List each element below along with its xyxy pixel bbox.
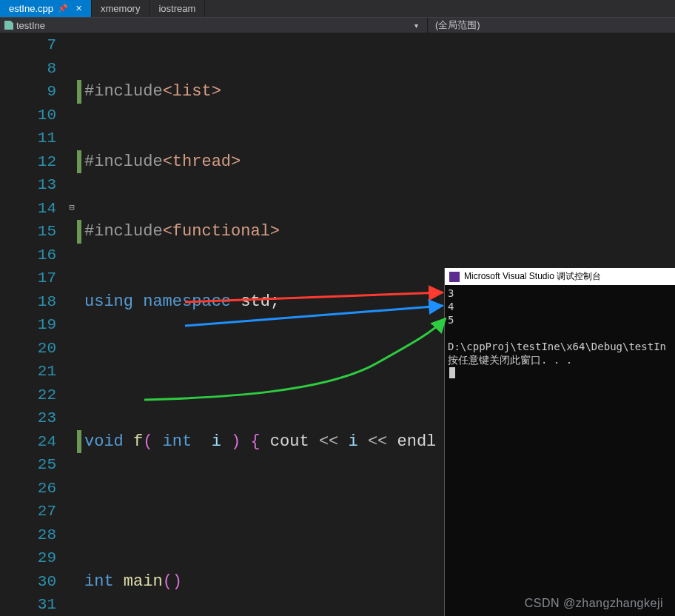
line-number-gutter: 789 101112 131415 161718 192021 222324 2… [0,33,67,616]
tab-label: iostream [158,3,195,14]
console-output: 3 4 5 D:\cppProj\testIne\x64\Debug\testI… [445,285,675,381]
tab-label: estIne.cpp [9,3,53,14]
tab-label: xmemory [101,3,140,14]
fold-column: ⊟ [67,33,77,616]
file-tabs: estIne.cpp 📌 ✕ xmemory iostream [0,0,675,17]
chevron-down-icon: ▾ [410,21,423,30]
vs-logo-icon [449,272,460,282]
console-title-text: Microsoft Visual Studio 调试控制台 [464,270,601,283]
scope-navbar: testIne ▾ (全局范围) [0,17,675,33]
cursor [449,367,455,378]
fold-icon[interactable]: ⊟ [67,197,77,221]
scope-project-dropdown[interactable]: testIne ▾ [0,20,427,31]
debug-console: Microsoft Visual Studio 调试控制台 3 4 5 D:\c… [444,268,675,616]
watermark: CSDN @zhangzhangkeji [525,597,663,610]
tab-xmemory[interactable]: xmemory [92,0,150,17]
tab-iostream[interactable]: iostream [150,0,205,17]
scope-global-dropdown[interactable]: (全局范围) [428,19,488,32]
console-titlebar[interactable]: Microsoft Visual Studio 调试控制台 [445,268,675,285]
pin-icon[interactable]: 📌 [58,4,68,13]
tab-testine-cpp[interactable]: estIne.cpp 📌 ✕ [0,0,92,17]
scope-global-label: (全局范围) [435,19,480,30]
file-icon [4,21,13,30]
close-icon[interactable]: ✕ [75,4,82,13]
scope-project-label: testIne [16,20,45,31]
